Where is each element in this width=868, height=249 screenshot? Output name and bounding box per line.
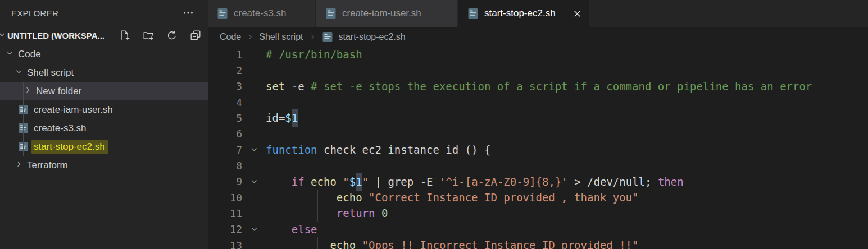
code-line[interactable]: 3set -e # set -e stops the execution of … bbox=[208, 79, 868, 94]
line-number[interactable]: 10 bbox=[208, 192, 242, 204]
code-line[interactable]: 7function check_ec2_instance_id () { bbox=[208, 142, 868, 158]
code-line[interactable]: 6 bbox=[208, 126, 868, 142]
file-tree: CodeShell scriptNew foldercreate-iam-use… bbox=[0, 45, 208, 174]
line-number[interactable]: 9 bbox=[208, 176, 242, 187]
code-line[interactable]: 9 if echo "$1" | grep -E '^i-[a-zA-Z0-9]… bbox=[208, 174, 868, 190]
breadcrumb-item-shell-script[interactable]: Shell script bbox=[259, 32, 303, 42]
chevron-down-icon bbox=[250, 176, 258, 188]
code-line[interactable]: 12 else bbox=[208, 222, 868, 237]
breadcrumb-item-code[interactable]: Code bbox=[220, 32, 241, 42]
tree-indent-guide bbox=[23, 82, 24, 156]
code-line[interactable]: 8 bbox=[208, 158, 868, 173]
tab-create-s3-sh[interactable]: create-s3.sh bbox=[208, 0, 315, 27]
tab-bar: create-s3.shcreate-iam-user.shstart-stop… bbox=[208, 0, 868, 27]
chevron-down-icon bbox=[15, 67, 23, 79]
indent-guide bbox=[292, 237, 292, 249]
vscode-window: EXPLORER UNTITLED (WORKSPA... bbox=[0, 0, 868, 249]
tree-item-terraform[interactable]: Terraform bbox=[0, 156, 208, 174]
tab-label: create-s3.sh bbox=[234, 8, 287, 19]
new-folder-icon[interactable] bbox=[142, 29, 154, 42]
code-token: check_ec2_instance_id () { bbox=[317, 144, 491, 156]
tab-label: start-stop-ec2.sh bbox=[484, 8, 556, 19]
line-number[interactable]: 4 bbox=[208, 96, 242, 108]
line-number[interactable]: 2 bbox=[208, 64, 242, 76]
editor-group: create-s3.shcreate-iam-user.shstart-stop… bbox=[208, 0, 868, 249]
code-line[interactable]: 5id=$1 bbox=[208, 110, 868, 126]
code-token: set bbox=[266, 80, 285, 93]
code-token: " bbox=[343, 176, 349, 188]
tree-item-label: create-s3.sh bbox=[34, 122, 87, 134]
code-token: echo bbox=[330, 239, 356, 249]
code-token bbox=[266, 207, 337, 219]
code-token: 1 bbox=[356, 173, 362, 191]
code-text: # /usr/bin/bash bbox=[266, 48, 362, 61]
code-token bbox=[356, 239, 362, 249]
tree-item-new-folder[interactable]: New folder bbox=[0, 82, 208, 100]
code-line[interactable]: 13 echo "Opps !! Incorrect Instance ID p… bbox=[208, 237, 868, 249]
explorer-sidebar: EXPLORER UNTITLED (WORKSPA... bbox=[0, 0, 208, 249]
code-text: set -e # set -e stops the execution of a… bbox=[266, 80, 812, 93]
code-text: echo "Correct Instance ID provided , tha… bbox=[266, 191, 639, 204]
line-number[interactable]: 8 bbox=[208, 160, 242, 172]
tab-label: create-iam-user.sh bbox=[342, 8, 421, 19]
indent-guide bbox=[317, 190, 318, 222]
collapse-folders-icon[interactable] bbox=[189, 29, 202, 42]
shell-file-icon bbox=[217, 8, 228, 19]
tree-item-label: Terraform bbox=[27, 159, 68, 171]
refresh-explorer-icon[interactable] bbox=[166, 29, 178, 42]
indent-guide bbox=[266, 158, 266, 249]
breadcrumb-separator-icon bbox=[308, 33, 316, 41]
fold-chevron-icon[interactable] bbox=[242, 176, 266, 188]
code-token: 1 bbox=[292, 109, 298, 127]
tree-item-shell-script[interactable]: Shell script bbox=[0, 63, 208, 82]
line-number[interactable]: 7 bbox=[208, 144, 242, 156]
tree-item-create-iam-user-sh[interactable]: create-iam-user.sh bbox=[0, 100, 208, 119]
code-text: function check_ec2_instance_id () { bbox=[266, 144, 490, 156]
code-line[interactable]: 2 bbox=[208, 62, 868, 78]
tab-start-stop-ec2-sh[interactable]: start-stop-ec2.sh bbox=[458, 0, 589, 27]
tree-item-create-s3-sh[interactable]: create-s3.sh bbox=[0, 119, 208, 137]
code-editor[interactable]: 1# /usr/bin/bash23set -e # set -e stops … bbox=[208, 47, 868, 249]
fold-chevron-icon[interactable] bbox=[242, 144, 266, 156]
code-text: return 0 bbox=[266, 207, 388, 219]
breadcrumb-item-start-stop-ec2-sh[interactable]: start-stop-ec2.sh bbox=[339, 32, 406, 42]
line-number[interactable]: 5 bbox=[208, 112, 242, 124]
new-file-icon[interactable] bbox=[119, 29, 131, 42]
line-number[interactable]: 13 bbox=[208, 239, 242, 249]
more-actions-icon[interactable] bbox=[182, 7, 194, 19]
shell-file-icon bbox=[322, 31, 333, 43]
code-line[interactable]: 10 echo "Correct Instance ID provided , … bbox=[208, 190, 868, 205]
code-token: else bbox=[292, 223, 317, 236]
code-token bbox=[266, 239, 330, 249]
code-token: id= bbox=[266, 112, 285, 124]
code-line[interactable]: 11 return 0 bbox=[208, 205, 868, 221]
tree-item-label: start-stop-ec2.sh bbox=[31, 140, 108, 154]
line-number[interactable]: 6 bbox=[208, 128, 242, 140]
close-icon[interactable] bbox=[572, 9, 582, 19]
line-number[interactable]: 12 bbox=[208, 223, 242, 235]
line-number[interactable]: 3 bbox=[208, 80, 242, 92]
explorer-title: EXPLORER bbox=[11, 8, 58, 18]
code-line[interactable]: 1# /usr/bin/bash bbox=[208, 47, 868, 62]
indent-guide bbox=[292, 190, 292, 222]
shell-file-icon bbox=[467, 8, 479, 19]
chevron-down-icon bbox=[250, 223, 258, 236]
code-text: else bbox=[266, 223, 317, 236]
tree-item-start-stop-ec2-sh[interactable]: start-stop-ec2.sh bbox=[0, 137, 208, 156]
code-token: " bbox=[362, 176, 369, 188]
line-number[interactable]: 11 bbox=[208, 208, 242, 219]
line-number[interactable]: 1 bbox=[208, 49, 242, 61]
code-text: id=$1 bbox=[266, 112, 298, 124]
chevron-right-icon bbox=[24, 86, 32, 97]
tab-create-iam-user-sh[interactable]: create-iam-user.sh bbox=[316, 0, 457, 27]
shell-file-icon bbox=[325, 8, 337, 19]
code-token: > /dev/null; bbox=[568, 176, 658, 188]
code-token bbox=[266, 223, 292, 236]
code-token: '^i-[a-zA-Z0-9]{8,}' bbox=[439, 176, 568, 188]
code-line[interactable]: 4 bbox=[208, 94, 868, 110]
code-token: # /usr/bin/bash bbox=[266, 48, 362, 61]
code-token: | grep -E bbox=[369, 176, 439, 188]
tree-item-code[interactable]: Code bbox=[0, 45, 208, 63]
workspace-section-header[interactable]: UNTITLED (WORKSPA... bbox=[0, 26, 208, 45]
fold-chevron-icon[interactable] bbox=[242, 223, 266, 236]
